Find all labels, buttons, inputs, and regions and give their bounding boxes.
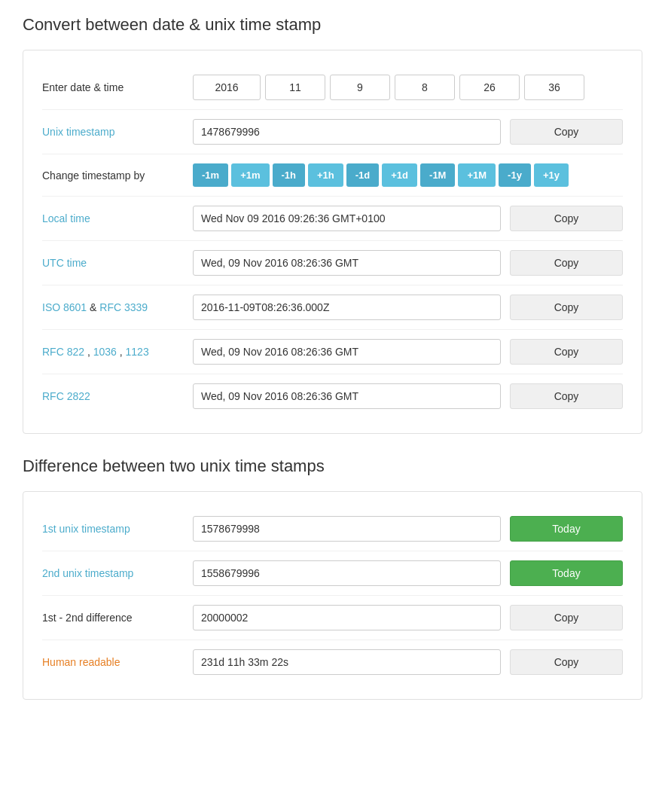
difference-card: 1st unix timestamp Today 2nd unix timest… (23, 491, 642, 700)
unix-field-wrapper: Copy (193, 119, 623, 145)
rfc2822-label: RFC 2822 (42, 390, 193, 402)
first-ts-input[interactable] (193, 516, 501, 542)
utc-time-link[interactable]: UTC time (42, 257, 87, 269)
iso-copy-button[interactable]: Copy (510, 295, 623, 320)
human-readable-label: Human readable (42, 656, 193, 668)
unix-copy-button[interactable]: Copy (510, 119, 623, 145)
second-ts-link[interactable]: 2nd unix timestamp (42, 567, 133, 579)
second-ts-input[interactable] (193, 560, 501, 586)
month-input[interactable] (265, 75, 325, 100)
human-readable-row: Human readable Copy (42, 640, 623, 684)
human-readable-copy-button[interactable]: Copy (510, 649, 623, 675)
minus-1m-button[interactable]: -1m (193, 163, 228, 187)
utc-time-label: UTC time (42, 257, 193, 269)
human-readable-label-text: Human readable (42, 656, 120, 668)
rfc2822-input[interactable] (193, 383, 501, 409)
rfc2822-link[interactable]: RFC 2822 (42, 390, 90, 402)
rfc1123-link[interactable]: 1123 (126, 346, 149, 358)
iso-label: ISO 8601 & RFC 3339 (42, 301, 193, 313)
date-time-row: Enter date & time (42, 66, 623, 110)
local-time-copy-button[interactable]: Copy (510, 206, 623, 231)
day-input[interactable] (330, 75, 390, 100)
minute-input[interactable] (459, 75, 520, 100)
rfc3339-link[interactable]: RFC 3339 (99, 301, 148, 313)
diff-copy-button[interactable]: Copy (510, 605, 623, 630)
rfc1036-link[interactable]: 1036 (93, 346, 117, 358)
converter-card: Enter date & time Unix timestamp Copy Ch… (23, 50, 642, 434)
diff-row: 1st - 2nd difference Copy (42, 596, 623, 640)
first-ts-link[interactable]: 1st unix timestamp (42, 523, 130, 535)
rfc1036-comma: , (120, 346, 126, 358)
utc-time-input[interactable] (193, 250, 501, 276)
unix-label: Unix timestamp (42, 126, 193, 138)
iso-row: ISO 8601 & RFC 3339 Copy (42, 285, 623, 330)
unix-input[interactable] (193, 119, 501, 145)
human-readable-input[interactable] (193, 649, 501, 675)
rfc2822-field-wrapper: Copy (193, 383, 623, 409)
first-ts-field-wrapper: Today (193, 516, 623, 542)
second-ts-label: 2nd unix timestamp (42, 567, 193, 579)
first-ts-label: 1st unix timestamp (42, 523, 193, 535)
utc-time-copy-button[interactable]: Copy (510, 250, 623, 276)
local-time-row: Local time Copy (42, 197, 623, 241)
iso8601-link[interactable]: ISO 8601 (42, 301, 87, 313)
plus-1h-button[interactable]: +1h (308, 163, 343, 187)
unix-timestamp-row: Unix timestamp Copy (42, 110, 623, 154)
rfc822-field-wrapper: Copy (193, 339, 623, 365)
date-inputs-group (193, 75, 623, 100)
minus-1d-button[interactable]: -1d (346, 163, 380, 187)
rfc2822-copy-button[interactable]: Copy (510, 383, 623, 409)
utc-time-field-wrapper: Copy (193, 250, 623, 276)
rfc822-label: RFC 822 , 1036 , 1123 (42, 346, 193, 358)
diff-input[interactable] (193, 605, 501, 630)
plus-1m-button[interactable]: +1m (231, 163, 269, 187)
rfc822-comma: , (87, 346, 93, 358)
rfc822-input[interactable] (193, 339, 501, 365)
year-input[interactable] (193, 75, 261, 100)
minus-1h-button[interactable]: -1h (273, 163, 306, 187)
local-time-field-wrapper: Copy (193, 206, 623, 231)
local-time-link[interactable]: Local time (42, 212, 90, 224)
local-time-label: Local time (42, 212, 193, 224)
second-ts-field-wrapper: Today (193, 560, 623, 586)
page-title-1: Convert between date & unix time stamp (23, 15, 642, 35)
change-timestamp-row: Change timestamp by -1m +1m -1h +1h -1d … (42, 154, 623, 197)
first-ts-row: 1st unix timestamp Today (42, 507, 623, 551)
iso-input[interactable] (193, 295, 501, 320)
minus-1y-button[interactable]: -1y (499, 163, 531, 187)
second-ts-row: 2nd unix timestamp Today (42, 551, 623, 596)
plus-1y-button[interactable]: +1y (534, 163, 569, 187)
diff-label: 1st - 2nd difference (42, 612, 193, 624)
iso-ampersand: & (90, 301, 99, 313)
date-time-label: Enter date & time (42, 81, 193, 93)
human-readable-field-wrapper: Copy (193, 649, 623, 675)
unix-link[interactable]: Unix timestamp (42, 126, 114, 138)
second-input[interactable] (524, 75, 584, 100)
rfc822-copy-button[interactable]: Copy (510, 339, 623, 365)
page-title-2: Difference between two unix time stamps (23, 456, 642, 476)
minus-1M-button[interactable]: -1M (420, 163, 455, 187)
diff-field-wrapper: Copy (193, 605, 623, 630)
second-ts-today-button[interactable]: Today (510, 560, 623, 586)
hour-input[interactable] (395, 75, 455, 100)
timestamp-buttons-group: -1m +1m -1h +1h -1d +1d -1M +1M -1y +1y (193, 163, 569, 187)
plus-1M-button[interactable]: +1M (458, 163, 496, 187)
change-timestamp-label: Change timestamp by (42, 169, 193, 182)
rfc2822-row: RFC 2822 Copy (42, 374, 623, 418)
rfc822-link[interactable]: RFC 822 (42, 346, 84, 358)
rfc822-row: RFC 822 , 1036 , 1123 Copy (42, 330, 623, 374)
first-ts-today-button[interactable]: Today (510, 516, 623, 542)
local-time-input[interactable] (193, 206, 501, 231)
plus-1d-button[interactable]: +1d (382, 163, 417, 187)
iso-field-wrapper: Copy (193, 295, 623, 320)
utc-time-row: UTC time Copy (42, 241, 623, 285)
